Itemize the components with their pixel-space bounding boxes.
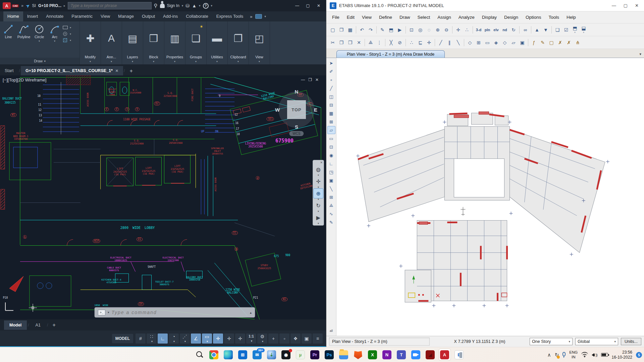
taskbar-premiere-icon[interactable]: Pr bbox=[309, 349, 321, 361]
polyline-tool-button[interactable]: Polyline bbox=[16, 23, 32, 58]
status-caret-icon[interactable]: ▾ bbox=[262, 340, 263, 343]
language-indicator[interactable]: ENGIN bbox=[569, 350, 578, 359]
new-tab-button[interactable]: + bbox=[126, 67, 137, 75]
minimize-button[interactable]: — bbox=[612, 3, 616, 8]
etabs-snap-joints-button[interactable]: ∴ bbox=[407, 38, 416, 47]
etabs-window-select-button[interactable]: ❏ bbox=[553, 25, 562, 34]
viewcube-top-face[interactable]: TOP bbox=[287, 100, 306, 119]
etabs-show-all-button[interactable]: all bbox=[327, 327, 335, 335]
etabs-undo-button[interactable]: ↶ bbox=[358, 25, 366, 34]
quick-access-expand-icon[interactable]: » bbox=[21, 3, 23, 8]
layout-tab-a1[interactable]: A1 bbox=[30, 320, 46, 330]
command-history-caret-icon[interactable]: ▾ bbox=[108, 311, 109, 314]
etabs-perspective-toggle-button[interactable]: ∞ bbox=[521, 25, 530, 34]
notification-badge[interactable]: 5 bbox=[636, 352, 642, 358]
etabs-quick-draw-area-button[interactable]: ◈ bbox=[492, 38, 500, 47]
menu-select[interactable]: Select bbox=[414, 13, 434, 22]
ribbon-caret-icon[interactable]: ▾ bbox=[265, 15, 266, 18]
help-search-input[interactable] bbox=[68, 2, 152, 9]
etabs-edit-model-button[interactable]: ✎ bbox=[378, 25, 387, 34]
store-cart-icon[interactable]: ⛁ bbox=[185, 3, 190, 8]
panel-caret-icon[interactable]: ▾ bbox=[237, 59, 239, 64]
close-button[interactable]: ✕ bbox=[635, 3, 639, 8]
etabs-lock-model-button[interactable]: ⬒ bbox=[387, 25, 395, 34]
status-add-scales-button[interactable]: + bbox=[268, 334, 278, 344]
etabs-merge-towers-button[interactable]: ⟁ bbox=[366, 38, 375, 47]
dropdown-caret-icon[interactable]: ▾ bbox=[583, 31, 584, 34]
menu-file[interactable]: File bbox=[328, 13, 343, 22]
etabs-draw-grid-button[interactable]: ⊞ bbox=[327, 193, 335, 201]
taskbar-photoshop-icon[interactable]: Ps bbox=[323, 349, 335, 361]
viewcube-wcs-menu[interactable]: WCS bbox=[289, 131, 304, 136]
arc-tool-button[interactable]: Arc ▾ bbox=[47, 23, 62, 58]
help-caret-icon[interactable]: ▾ bbox=[211, 4, 213, 7]
ribbon-collapse-icon[interactable]: » bbox=[250, 14, 252, 19]
etabs-draw-opening-button[interactable]: ▣ bbox=[518, 38, 527, 47]
etabs-draw-section-cut-button[interactable]: ✎ bbox=[327, 218, 335, 226]
etabs-draw-area-objects-button[interactable]: ⊞ bbox=[474, 38, 483, 47]
etabs-draw-rect-area-button[interactable]: ▭ bbox=[327, 134, 335, 142]
panel-clipboard[interactable]: ❐Clipboard▾ bbox=[228, 21, 249, 64]
etabs-pan-button[interactable]: ✛ bbox=[454, 25, 463, 34]
menu-analyze[interactable]: Analyze bbox=[455, 13, 478, 22]
etabs-previous-zoom-button[interactable]: ◌ bbox=[425, 25, 433, 34]
panel-caret-icon[interactable]: ▾ bbox=[132, 59, 133, 64]
ribbon-tab-add-ins[interactable]: Add-ins bbox=[159, 11, 182, 21]
menu-edit[interactable]: Edit bbox=[343, 13, 358, 22]
command-input[interactable] bbox=[112, 310, 248, 315]
viewport-controls-label[interactable]: [−][Top][2D Wireframe] bbox=[3, 77, 46, 82]
panel-ann[interactable]: AAnn...▾ bbox=[101, 21, 122, 64]
etabs-display-options-button[interactable]: ⬓▾ bbox=[579, 25, 588, 34]
status-display-grid-button[interactable]: # bbox=[136, 334, 146, 344]
autodesk-logo-icon[interactable]: ▲ bbox=[192, 3, 197, 8]
autocad-logo-icon[interactable]: A bbox=[3, 2, 11, 9]
taskbar-xbox-icon[interactable]: X bbox=[367, 349, 379, 361]
status-dynamic-ucs-button[interactable]: ∟ bbox=[158, 334, 168, 344]
navbar-orbit-icon[interactable]: ↻ bbox=[313, 200, 323, 210]
taskbar-explorer-icon[interactable] bbox=[338, 349, 350, 361]
etabs-draw-columns-region-button[interactable]: ▦ bbox=[327, 109, 335, 117]
taskbar-obs-icon[interactable]: ◉ bbox=[280, 349, 292, 361]
status-workspace-settings-button[interactable]: ⚙▾ bbox=[257, 334, 267, 344]
etabs-open-file-button[interactable]: ❐ bbox=[337, 25, 346, 34]
etabs-draw-wall-region-button[interactable]: ◳ bbox=[327, 168, 335, 176]
etabs-draw-frame-button[interactable]: ╱ bbox=[327, 84, 335, 92]
etabs-zoom-in-button[interactable]: ⊕ bbox=[433, 25, 442, 34]
etabs-draw-wall-stack-button[interactable]: ∟ bbox=[327, 160, 335, 168]
taskbar-autocad-icon[interactable]: A bbox=[439, 349, 451, 361]
model-space-button[interactable]: MODEL bbox=[112, 334, 133, 343]
ribbon-tab-annotate[interactable]: Annotate bbox=[42, 11, 67, 21]
etabs-clear-overwrites-button[interactable]: ⊘ bbox=[395, 38, 404, 47]
etabs-reshape-object-button[interactable]: ✐ bbox=[327, 67, 335, 75]
etabs-view-3d-button[interactable]: 3-d bbox=[474, 25, 483, 34]
panel-layers[interactable]: ▤Layers▾ bbox=[122, 21, 143, 64]
units-button[interactable]: Units... bbox=[621, 338, 641, 345]
etabs-select-pointer-button[interactable]: ➤ bbox=[327, 59, 335, 67]
etabs-assign-area-loads-button[interactable]: ✎ bbox=[538, 38, 547, 47]
etabs-paste-button[interactable]: ❒ bbox=[346, 38, 355, 47]
ribbon-tab-view[interactable]: View bbox=[97, 11, 114, 21]
etabs-redo-button[interactable]: ↷ bbox=[366, 25, 375, 34]
taskbar-media-app-icon[interactable]: ◢ bbox=[424, 349, 436, 361]
coordinate-system-dropdown[interactable]: Global▾ bbox=[575, 338, 618, 345]
etabs-draw-brace-button[interactable]: ╲ bbox=[454, 38, 463, 47]
etabs-draw-rect-area-button[interactable]: ▭ bbox=[483, 38, 492, 47]
etabs-view-elevation-button[interactable]: elv bbox=[492, 25, 500, 34]
circle-tool-button[interactable]: Circle ▾ bbox=[32, 23, 47, 58]
status-caret-icon[interactable]: ▾ bbox=[184, 340, 186, 343]
etabs-view-named-button[interactable]: nd bbox=[500, 25, 509, 34]
ribbon-tab-manage[interactable]: Manage bbox=[114, 11, 138, 21]
command-line[interactable]: >_ ▾ ▴ bbox=[95, 307, 255, 317]
viewport-minimize-icon[interactable]: — bbox=[301, 77, 305, 82]
help-icon[interactable]: ? bbox=[203, 3, 209, 9]
status-snap-cursor-button[interactable]: ✛ bbox=[224, 334, 234, 344]
etabs-copy-button[interactable]: ❐ bbox=[337, 38, 346, 47]
panel-utilities[interactable]: ▬Utilities▾ bbox=[207, 21, 228, 64]
etabs-run-analysis-button[interactable]: ▶ bbox=[395, 25, 404, 34]
status-annotation-cursor-button[interactable]: ✛ bbox=[235, 334, 245, 344]
navbar-close-icon[interactable]: ✕ bbox=[320, 161, 323, 164]
panel-properties[interactable]: ▥Properties▾ bbox=[164, 21, 185, 64]
rectangle-tool-button[interactable]: ▾ bbox=[62, 25, 71, 30]
minimize-button[interactable]: — bbox=[292, 2, 302, 10]
viewcube-north[interactable]: N bbox=[295, 89, 299, 95]
